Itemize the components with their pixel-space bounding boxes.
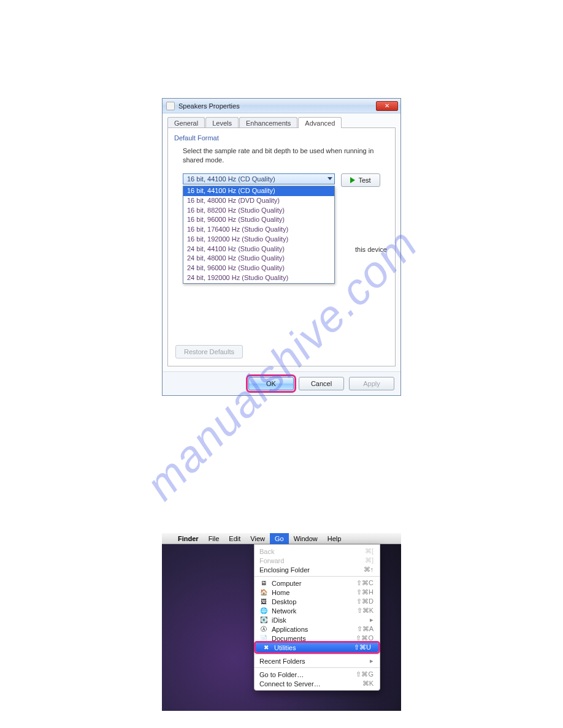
submenu-arrow-icon: ▸ xyxy=(370,616,373,624)
menu-documents[interactable]: 📄Documents ⇧⌘O xyxy=(255,634,380,643)
default-format-label: Default Format xyxy=(174,134,389,142)
dialog-button-row: OK Cancel Apply xyxy=(163,371,400,395)
menu-network-label: Network xyxy=(272,607,296,615)
menu-computer[interactable]: 🖥Computer ⇧⌘C xyxy=(255,578,380,588)
menu-enclosing-folder[interactable]: Enclosing Folder ⌘↑ xyxy=(255,565,380,574)
mb-finder[interactable]: Finder xyxy=(173,533,204,544)
format-option[interactable]: 16 bit, 96000 Hz (Studio Quality) xyxy=(183,215,334,225)
format-row: 16 bit, 44100 Hz (CD Quality) Test xyxy=(174,173,389,187)
tab-general[interactable]: General xyxy=(167,117,205,128)
menu-network-shortcut: ⇧⌘K xyxy=(357,607,373,615)
background-text-fragment: this device xyxy=(355,246,387,253)
format-option[interactable]: 16 bit, 192000 Hz (Studio Quality) xyxy=(183,235,334,245)
dialog-body: General Levels Enhancements Advanced Def… xyxy=(163,113,400,371)
menu-applications-label: Applications xyxy=(272,626,308,633)
mb-go[interactable]: Go xyxy=(270,533,289,544)
menu-gotofolder-label: Go to Folder… xyxy=(259,671,304,678)
window-title: Speakers Properties xyxy=(178,102,376,110)
menu-utilities-label: Utilities xyxy=(274,644,296,651)
advanced-tab-pane: Default Format Select the sample rate an… xyxy=(167,127,396,366)
menu-enclosing-label: Enclosing Folder xyxy=(259,566,310,574)
tab-levels[interactable]: Levels xyxy=(205,117,239,128)
menu-documents-label: Documents xyxy=(272,635,306,642)
menu-separator xyxy=(255,576,380,577)
desktop-icon: 🖼 xyxy=(259,598,268,605)
menu-computer-shortcut: ⇧⌘C xyxy=(356,579,373,587)
menu-enclosing-shortcut: ⌘↑ xyxy=(364,566,374,574)
menu-home[interactable]: 🏠Home ⇧⌘H xyxy=(255,588,380,597)
network-icon: 🌐 xyxy=(259,607,268,615)
mb-help[interactable]: Help xyxy=(323,533,347,544)
restore-defaults-button[interactable]: Restore Defaults xyxy=(175,345,243,358)
test-button[interactable]: Test xyxy=(341,173,380,187)
menu-recent-folders[interactable]: Recent Folders ▸ xyxy=(255,656,380,665)
tab-enhancements[interactable]: Enhancements xyxy=(239,117,297,128)
format-option[interactable]: 24 bit, 44100 Hz (Studio Quality) xyxy=(183,245,334,254)
format-option[interactable]: 24 bit, 96000 Hz (Studio Quality) xyxy=(183,264,334,273)
default-format-desc: Select the sample rate and bit depth to … xyxy=(174,146,389,165)
chevron-down-icon xyxy=(327,177,332,180)
submenu-arrow-icon: ▸ xyxy=(370,657,373,665)
computer-icon: 🖥 xyxy=(259,580,268,587)
menu-gotofolder-shortcut: ⇧⌘G xyxy=(356,670,373,678)
menu-utilities[interactable]: ✖Utilities ⇧⌘U xyxy=(256,643,378,652)
mb-file[interactable]: File xyxy=(204,533,224,544)
menu-applications-shortcut: ⇧⌘A xyxy=(357,625,373,633)
close-button[interactable]: ✕ xyxy=(376,101,398,111)
menu-separator xyxy=(255,654,380,654)
test-button-label: Test xyxy=(358,176,370,184)
format-option[interactable]: 16 bit, 48000 Hz (DVD Quality) xyxy=(183,196,334,206)
menu-back-shortcut: ⌘[ xyxy=(365,547,373,555)
format-option[interactable]: 24 bit, 192000 Hz (Studio Quality) xyxy=(183,273,334,283)
idisk-icon: 💽 xyxy=(259,616,268,624)
menu-idisk-label: iDisk xyxy=(272,616,286,624)
menu-recent-label: Recent Folders xyxy=(259,658,305,665)
menu-applications[interactable]: ⒶApplications ⇧⌘A xyxy=(255,624,380,634)
cancel-button[interactable]: Cancel xyxy=(299,377,344,390)
menu-desktop-label: Desktop xyxy=(272,598,296,605)
mac-desktop-screenshot: Finder File Edit View Go Window Help Bac… xyxy=(162,533,401,711)
utilities-icon: ✖ xyxy=(262,644,270,651)
combobox-selected-value: 16 bit, 44100 Hz (CD Quality) xyxy=(187,175,275,183)
menu-idisk[interactable]: 💽iDisk ▸ xyxy=(255,615,380,624)
format-option[interactable]: 16 bit, 44100 Hz (CD Quality) xyxy=(183,186,334,196)
mac-menubar: Finder File Edit View Go Window Help xyxy=(162,533,401,544)
speakers-properties-dialog: Speakers Properties ✕ General Levels Enh… xyxy=(162,98,401,396)
menu-back: Back ⌘[ xyxy=(255,547,380,556)
menu-documents-shortcut: ⇧⌘O xyxy=(356,634,373,642)
mb-view[interactable]: View xyxy=(245,533,270,544)
tab-strip: General Levels Enhancements Advanced xyxy=(167,117,396,128)
home-icon: 🏠 xyxy=(259,589,268,596)
menu-back-label: Back xyxy=(259,548,274,555)
menu-desktop-shortcut: ⇧⌘D xyxy=(356,597,373,605)
apply-button[interactable]: Apply xyxy=(349,377,394,390)
mb-window[interactable]: Window xyxy=(289,533,323,544)
sample-rate-dropdown-list[interactable]: 16 bit, 44100 Hz (CD Quality) 16 bit, 48… xyxy=(183,186,335,284)
tab-advanced[interactable]: Advanced xyxy=(298,117,342,128)
documents-icon: 📄 xyxy=(259,635,268,642)
menu-home-shortcut: ⇧⌘H xyxy=(356,588,373,596)
titlebar[interactable]: Speakers Properties ✕ xyxy=(163,99,400,113)
menu-utilities-shortcut: ⇧⌘U xyxy=(354,643,371,651)
applications-icon: Ⓐ xyxy=(259,626,268,633)
sample-rate-combobox[interactable]: 16 bit, 44100 Hz (CD Quality) xyxy=(183,173,335,184)
menu-forward-shortcut: ⌘] xyxy=(365,556,373,564)
menu-computer-label: Computer xyxy=(272,580,301,587)
go-menu-dropdown: Back ⌘[ Forward ⌘] Enclosing Folder ⌘↑ 🖥… xyxy=(254,544,380,691)
format-option[interactable]: 16 bit, 176400 Hz (Studio Quality) xyxy=(183,225,334,235)
menu-forward-label: Forward xyxy=(259,557,284,564)
menu-desktop[interactable]: 🖼Desktop ⇧⌘D xyxy=(255,597,380,606)
menu-home-label: Home xyxy=(272,589,289,596)
format-option[interactable]: 16 bit, 88200 Hz (Studio Quality) xyxy=(183,206,334,216)
menu-network[interactable]: 🌐Network ⇧⌘K xyxy=(255,606,380,615)
menu-separator xyxy=(255,667,380,668)
menu-connect-to-server[interactable]: Connect to Server… ⌘K xyxy=(255,679,380,688)
menu-connect-label: Connect to Server… xyxy=(259,680,321,688)
menu-go-to-folder[interactable]: Go to Folder… ⇧⌘G xyxy=(255,670,380,679)
menu-connect-shortcut: ⌘K xyxy=(362,680,373,688)
speaker-icon xyxy=(166,102,175,110)
play-icon xyxy=(350,177,355,183)
format-option[interactable]: 24 bit, 48000 Hz (Studio Quality) xyxy=(183,254,334,264)
mb-edit[interactable]: Edit xyxy=(224,533,245,544)
ok-button[interactable]: OK xyxy=(248,377,294,390)
